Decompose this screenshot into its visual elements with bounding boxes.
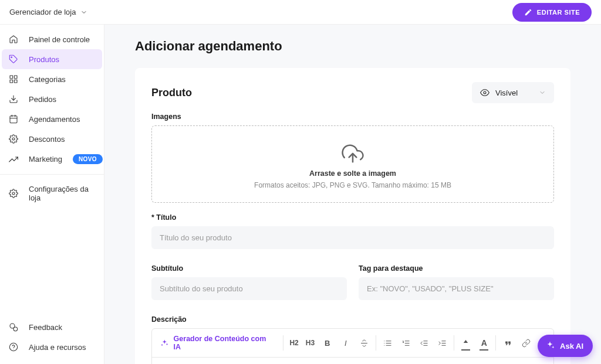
svg-rect-4 (14, 80, 17, 83)
separator (454, 335, 454, 351)
sidebar-item-feedback[interactable]: Feedback (2, 317, 102, 337)
home-icon (9, 35, 18, 44)
sidebar-item-label: Descontos (29, 135, 95, 144)
sparkle-icon (160, 339, 169, 348)
feedback-icon (9, 322, 18, 332)
sidebar: Painel de controle Produtos Categorias P… (0, 24, 104, 364)
strikethrough-icon (360, 339, 369, 348)
sidebar-item-help[interactable]: Ajuda e recursos (2, 337, 102, 357)
visibility-select[interactable]: Visível (472, 82, 554, 103)
indent-icon (438, 339, 447, 348)
chevron-down-icon (539, 89, 546, 96)
sidebar-item-label: Marketing (29, 155, 62, 164)
undo-button[interactable] (187, 358, 206, 364)
new-badge: NOVO (73, 154, 103, 164)
svg-rect-1 (10, 76, 13, 79)
separator (283, 335, 283, 351)
sidebar-item-label: Painel de controle (29, 35, 95, 44)
sidebar-item-categories[interactable]: Categorias (2, 69, 102, 89)
page-title: Adicionar agendamento (135, 39, 570, 54)
description-label: Descrição (151, 315, 554, 324)
ask-ai-button[interactable]: Ask AI (538, 335, 593, 357)
sidebar-item-label: Pedidos (29, 95, 95, 104)
sidebar-item-products[interactable]: Produtos (2, 49, 102, 69)
heading2-button[interactable]: H2 (286, 332, 302, 354)
list-icon (383, 339, 392, 348)
download-icon (9, 94, 18, 104)
title-label: * Título (151, 213, 554, 222)
ordered-list-icon (401, 339, 410, 348)
tag-label: Tag para destaque (359, 264, 554, 273)
text-color-button[interactable]: A (475, 332, 493, 354)
svg-point-16 (484, 91, 486, 94)
svg-rect-2 (14, 76, 17, 79)
sidebar-item-bookings[interactable]: Agendamentos (2, 109, 102, 129)
tag-input[interactable] (359, 277, 554, 300)
sidebar-item-label: Categorias (29, 75, 95, 84)
cloud-upload-icon (342, 142, 364, 165)
dropzone-subtitle: Formatos aceitos: JPG, PNG e SVG. Tamanh… (164, 181, 542, 189)
main-content: Adicionar agendamento Produto Visível Im… (104, 24, 601, 364)
indent-button[interactable] (433, 332, 451, 354)
ai-generator-label: Gerador de Conteúdo com IA (174, 335, 273, 351)
sidebar-item-label: Produtos (29, 55, 95, 64)
separator (376, 335, 376, 351)
subtitle-label: Subtítulo (151, 264, 347, 273)
editor-toolbar: Gerador de Conteúdo com IA H2 H3 B I (151, 328, 554, 364)
edit-site-button[interactable]: EDITAR SITE (512, 3, 592, 22)
svg-rect-3 (10, 80, 13, 83)
sidebar-item-marketing[interactable]: Marketing NOVO (2, 149, 102, 169)
help-icon (9, 342, 18, 352)
svg-point-0 (11, 57, 12, 58)
divider (0, 174, 104, 175)
image-dropzone[interactable]: Arraste e solte a imagem Formatos aceito… (151, 125, 554, 203)
pencil-icon (524, 8, 532, 16)
sidebar-item-label: Feedback (29, 323, 95, 332)
dropzone-title: Arraste e solte a imagem (164, 169, 542, 178)
calendar-icon (9, 114, 18, 124)
quote-icon (504, 339, 512, 348)
section-title: Produto (151, 87, 192, 99)
store-selector[interactable]: Gerenciador de loja (9, 8, 87, 16)
ask-ai-label: Ask AI (560, 342, 583, 351)
ai-generator-button[interactable]: Gerador de Conteúdo com IA (152, 329, 281, 357)
bold-button[interactable]: B (318, 332, 336, 354)
sidebar-item-dashboard[interactable]: Painel de controle (2, 29, 102, 49)
quote-button[interactable] (498, 332, 516, 354)
product-card: Produto Visível Imagens Arraste e solte … (135, 68, 570, 364)
link-button[interactable] (517, 332, 535, 354)
ordered-list-button[interactable] (397, 332, 415, 354)
separator (495, 335, 496, 351)
highlight-icon (461, 339, 470, 348)
strikethrough-button[interactable] (354, 332, 373, 354)
highlight-color-button[interactable] (457, 332, 475, 354)
settings-icon (9, 189, 18, 198)
heading3-button[interactable]: H3 (302, 332, 318, 354)
outdent-icon (420, 339, 428, 348)
svg-point-10 (12, 138, 15, 140)
images-label: Imagens (151, 113, 554, 121)
svg-rect-6 (10, 116, 17, 123)
clear-format-button[interactable] (152, 358, 171, 364)
sidebar-item-orders[interactable]: Pedidos (2, 89, 102, 109)
svg-point-11 (12, 192, 15, 195)
eye-icon (480, 88, 489, 97)
title-input[interactable] (151, 226, 554, 249)
edit-site-label: EDITAR SITE (537, 9, 580, 16)
tag-icon (9, 55, 18, 64)
gear-icon (9, 134, 18, 144)
link-icon (522, 339, 531, 348)
svg-point-13 (13, 327, 18, 331)
sidebar-item-label: Ajuda e recursos (29, 343, 95, 352)
trending-icon (9, 155, 18, 164)
sidebar-item-label: Configurações da loja (29, 185, 95, 202)
outdent-button[interactable] (415, 332, 433, 354)
italic-button[interactable]: I (336, 332, 354, 354)
redo-button[interactable] (206, 358, 225, 364)
sidebar-item-settings[interactable]: Configurações da loja (2, 179, 102, 207)
grid-icon (9, 74, 18, 84)
bullet-list-button[interactable] (379, 332, 397, 354)
sidebar-item-discounts[interactable]: Descontos (2, 129, 102, 149)
subtitle-input[interactable] (151, 277, 347, 300)
svg-point-14 (9, 343, 17, 351)
